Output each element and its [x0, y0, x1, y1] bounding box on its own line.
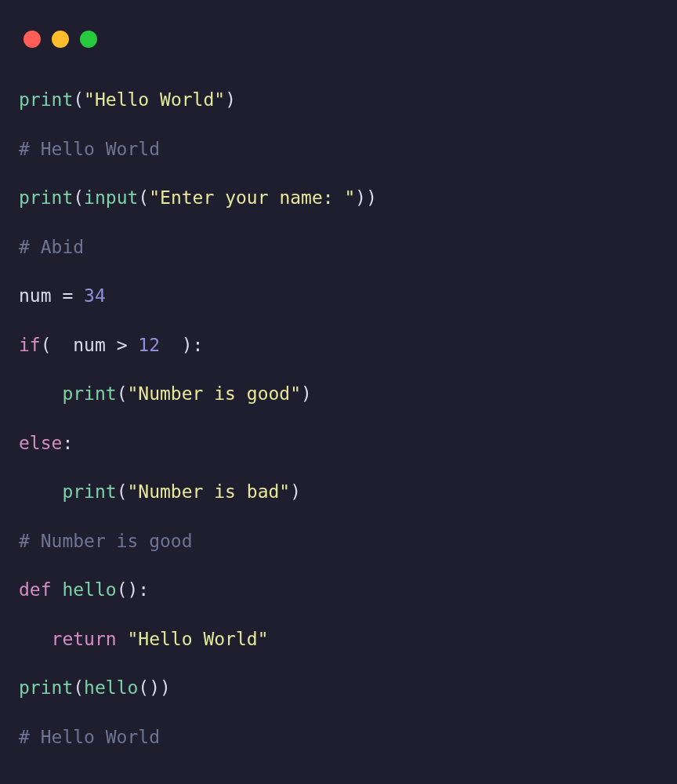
token-paren: (	[117, 481, 128, 502]
code-line: print("Number is good")	[19, 380, 658, 408]
token-string: "Enter your name: "	[149, 187, 355, 208]
token-func: print	[62, 383, 116, 404]
token-num: 34	[84, 285, 106, 306]
maximize-icon[interactable]	[80, 31, 97, 48]
token-string: "Number is bad"	[127, 481, 290, 502]
token-comment: # Hello World	[19, 727, 160, 747]
token-paren: )	[290, 481, 301, 502]
token-comment: # Hello World	[19, 139, 160, 159]
code-line: print(input("Enter your name: "))	[19, 184, 658, 212]
token-paren: (	[73, 187, 84, 208]
token-func: hello	[62, 579, 116, 600]
code-line: # Abid	[19, 234, 658, 261]
minimize-icon[interactable]	[52, 31, 69, 48]
code-line: num = 34	[19, 282, 658, 310]
token-keyword: def	[19, 579, 62, 600]
token-paren: ))	[355, 187, 377, 208]
token-keyword: else	[19, 433, 62, 453]
token-op: =	[62, 285, 84, 306]
token-comment: # Abid	[19, 237, 84, 257]
token-string: "Hello World"	[127, 629, 268, 649]
token-func: input	[84, 187, 138, 208]
token-func: hello	[84, 677, 138, 698]
token-func: print	[62, 481, 116, 502]
token-func: print	[19, 677, 73, 698]
token-paren: ()	[117, 579, 139, 600]
token-paren: (	[41, 335, 74, 355]
token-keyword: return	[52, 629, 128, 649]
token-colon: :	[193, 335, 204, 355]
token-paren: (	[138, 187, 149, 208]
token-var: num	[19, 285, 62, 306]
close-icon[interactable]	[24, 31, 41, 48]
token-keyword: if	[19, 335, 41, 355]
code-line: def hello():	[19, 576, 658, 604]
token-num: 12	[138, 335, 160, 355]
code-line: if( num > 12 ):	[19, 332, 658, 359]
titlebar	[0, 0, 677, 55]
token-paren: )	[225, 89, 236, 110]
code-line: # Hello World	[19, 136, 658, 163]
token-paren: (	[117, 383, 128, 404]
code-line: # Hello World	[19, 724, 658, 751]
token-op: >	[117, 335, 139, 355]
code-line: print("Number is bad")	[19, 478, 658, 506]
token-colon: :	[138, 579, 149, 600]
code-line: # Number is good	[19, 528, 658, 555]
token-string: "Number is good"	[127, 383, 301, 404]
token-string: "Hello World"	[84, 89, 225, 110]
token-paren: (	[73, 677, 84, 698]
token-paren: )	[301, 383, 312, 404]
token-var: num	[73, 335, 116, 355]
token-paren: (	[73, 89, 84, 110]
token-paren: )	[160, 335, 193, 355]
code-line: else:	[19, 430, 658, 457]
token-colon: :	[62, 433, 73, 453]
token-func: print	[19, 89, 73, 110]
code-line: return "Hello World"	[19, 626, 658, 653]
token-comment: # Number is good	[19, 531, 193, 551]
code-area: print("Hello World") # Hello World print…	[0, 55, 677, 769]
token-paren: ())	[138, 677, 171, 698]
code-line: print("Hello World")	[19, 86, 658, 114]
token-func: print	[19, 187, 73, 208]
code-window: print("Hello World") # Hello World print…	[0, 0, 677, 784]
code-line: print(hello())	[19, 674, 658, 702]
